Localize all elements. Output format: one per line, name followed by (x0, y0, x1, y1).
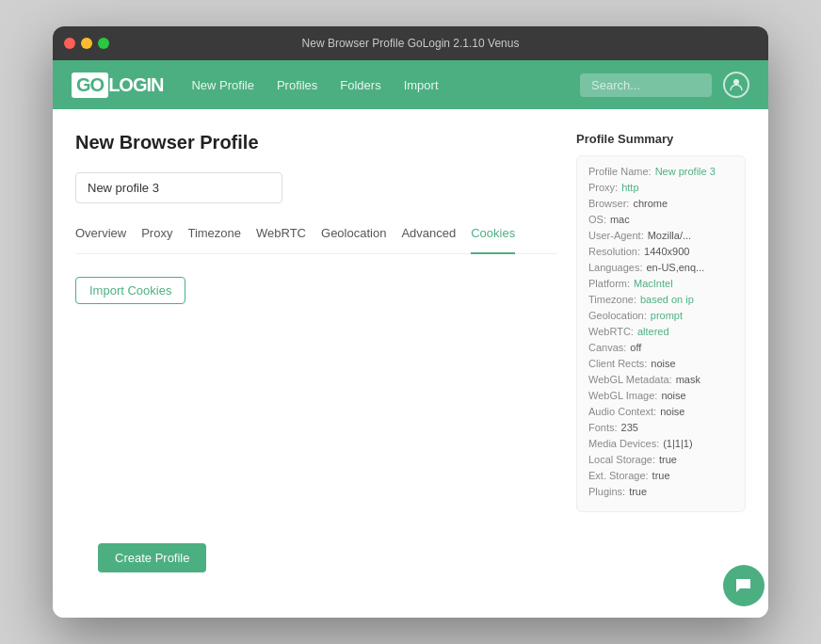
summary-label: Audio Context: (588, 406, 656, 417)
import-cookies-button[interactable]: Import Cookies (75, 277, 185, 304)
summary-row: Canvas:off (588, 342, 733, 353)
summary-value: 1440x900 (644, 246, 689, 257)
summary-label: Timezone: (588, 294, 636, 305)
summary-value: noise (660, 406, 684, 417)
summary-row: Audio Context:noise (588, 406, 733, 417)
summary-label: WebGL Image: (588, 390, 657, 401)
traffic-lights (64, 38, 109, 49)
summary-value: true (659, 454, 677, 465)
tabs-bar: Overview Proxy Timezone WebRTC Geolocati… (75, 226, 557, 254)
import-link[interactable]: Import (404, 78, 439, 92)
summary-value: New profile 3 (655, 166, 716, 177)
chat-button[interactable] (723, 565, 765, 606)
summary-label: Media Devices: (588, 438, 659, 449)
svg-point-0 (733, 79, 739, 85)
tab-proxy[interactable]: Proxy (141, 226, 172, 246)
user-avatar[interactable] (723, 72, 749, 98)
summary-row: Client Rects:noise (588, 358, 733, 369)
page-title: New Browser Profile (75, 132, 557, 153)
summary-value: off (630, 342, 641, 353)
user-icon (729, 77, 744, 92)
tab-content-cookies: Import Cookies (75, 277, 557, 304)
summary-row: Media Devices:(1|1|1) (588, 438, 733, 449)
summary-row: Resolution:1440x900 (588, 246, 733, 257)
maximize-button[interactable] (98, 38, 109, 49)
summary-title: Profile Summary (576, 132, 746, 146)
summary-label: Browser: (588, 198, 629, 209)
summary-value: true (652, 470, 670, 481)
summary-label: WebGL Metadata: (588, 374, 672, 385)
create-profile-button[interactable]: Create Profile (98, 543, 206, 572)
summary-label: Resolution: (588, 246, 640, 257)
summary-row: WebGL Image:noise (588, 390, 733, 401)
summary-row: Platform:MacIntel (588, 278, 733, 289)
summary-row: Languages:en-US,enq... (588, 262, 733, 273)
logo-login: LOGIN (108, 74, 163, 96)
summary-value: noise (651, 358, 675, 369)
new-profile-link[interactable]: New Profile (191, 78, 253, 92)
summary-value: altered (637, 326, 669, 337)
content-area: New Browser Profile Overview Proxy Timez… (53, 109, 768, 618)
summary-row: Geolocation:prompt (588, 310, 733, 321)
summary-row: Local Storage:true (588, 454, 733, 465)
minimize-button[interactable] (81, 38, 92, 49)
summary-label: Proxy: (588, 182, 618, 193)
summary-row: Fonts:235 (588, 422, 733, 433)
summary-row: Timezone:based on ip (588, 294, 733, 305)
summary-row: User-Agent:Mozilla/... (588, 230, 733, 241)
summary-panel: Profile Summary Profile Name:New profile… (576, 132, 746, 595)
tab-cookies[interactable]: Cookies (471, 226, 515, 254)
tab-geolocation[interactable]: Geolocation (321, 226, 386, 246)
profiles-link[interactable]: Profiles (277, 78, 317, 92)
summary-label: Profile Name: (588, 166, 652, 177)
summary-label: Local Storage: (588, 454, 655, 465)
nav-links: New Profile Profiles Folders Import (191, 78, 438, 92)
summary-value: (1|1|1) (663, 438, 692, 449)
profile-name-input[interactable] (75, 172, 282, 203)
summary-value: en-US,enq... (647, 262, 705, 273)
summary-label: WebRTC: (588, 326, 634, 337)
summary-row: Browser:chrome (588, 198, 733, 209)
titlebar: New Browser Profile GoLogin 2.1.10 Venus (53, 26, 768, 60)
summary-label: Platform: (588, 278, 630, 289)
tab-timezone[interactable]: Timezone (187, 226, 241, 246)
summary-value: http (621, 182, 638, 193)
summary-row: Ext. Storage:true (588, 470, 733, 481)
summary-value: based on ip (640, 294, 694, 305)
summary-row: Plugins:true (588, 486, 733, 497)
summary-label: Ext. Storage: (588, 470, 649, 481)
folders-link[interactable]: Folders (340, 78, 380, 92)
summary-label: Client Rects: (588, 358, 647, 369)
summary-value: noise (661, 390, 685, 401)
tab-advanced[interactable]: Advanced (401, 226, 456, 246)
summary-row: WebGL Metadata:mask (588, 374, 733, 385)
summary-value: true (629, 486, 647, 497)
chat-icon (733, 575, 754, 596)
navbar: GOLOGIN New Profile Profiles Folders Imp… (53, 60, 768, 109)
tab-overview[interactable]: Overview (75, 226, 126, 246)
summary-value: chrome (633, 198, 668, 209)
summary-row: Profile Name:New profile 3 (588, 166, 733, 177)
summary-label: Geolocation: (588, 310, 647, 321)
summary-label: OS: (588, 214, 606, 225)
summary-label: Languages: (588, 262, 643, 273)
summary-card: Profile Name:New profile 3Proxy:httpBrow… (576, 155, 746, 512)
summary-label: Plugins: (588, 486, 625, 497)
summary-value: MacIntel (634, 278, 673, 289)
logo-go: GO (72, 72, 108, 98)
summary-value: Mozilla/... (648, 230, 691, 241)
main-panel: New Browser Profile Overview Proxy Timez… (75, 132, 557, 595)
tab-webrtc[interactable]: WebRTC (256, 226, 306, 246)
summary-row: Proxy:http (588, 182, 733, 193)
summary-label: Canvas: (588, 342, 626, 353)
close-button[interactable] (64, 38, 75, 49)
window-title: New Browser Profile GoLogin 2.1.10 Venus (302, 37, 520, 50)
search-input[interactable] (580, 73, 712, 97)
summary-row: OS:mac (588, 214, 733, 225)
summary-value: 235 (621, 422, 638, 433)
summary-value: mac (610, 214, 630, 225)
summary-row: WebRTC:altered (588, 326, 733, 337)
logo[interactable]: GOLOGIN (72, 72, 163, 98)
summary-label: User-Agent: (588, 230, 644, 241)
summary-label: Fonts: (588, 422, 618, 433)
